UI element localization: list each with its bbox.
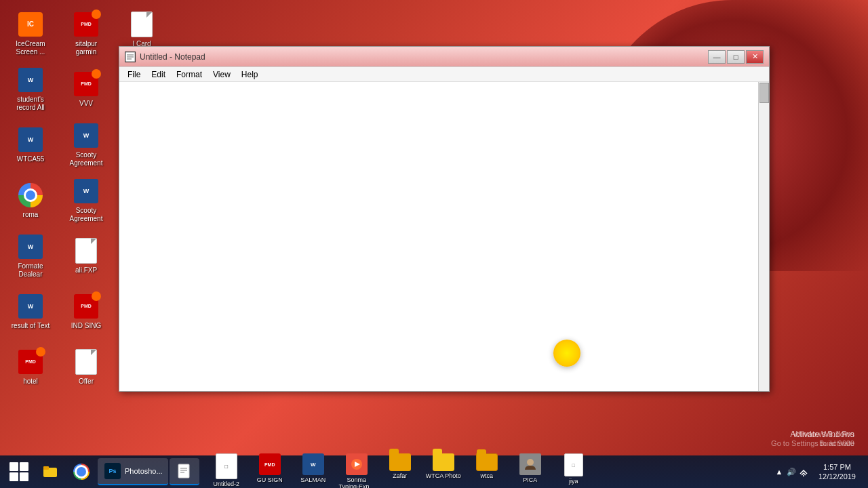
notepad-titlebar: Untitled - Notepad — □ ✕ (119, 47, 769, 67)
desktop-icon-ali-fxp[interactable]: ali.FXP (59, 228, 113, 283)
desktop-icon-result-of-text[interactable]: W result of Text (3, 284, 58, 338)
desktop-icon-scooty-agreement-2[interactable]: W ScootyAgreement (59, 173, 113, 227)
start-icon (9, 462, 28, 481)
taskbar: Ps Photosho... □ (0, 455, 868, 488)
desktop-icon-vvv[interactable]: PMD VVV (59, 62, 113, 116)
notepad-app-icon (125, 52, 136, 62)
taskbar-notepad[interactable] (170, 458, 199, 485)
taskbar-sonma[interactable]: SonmaTyping-Exp... (336, 452, 377, 488)
titlebar-left: Untitled - Notepad (125, 52, 205, 62)
file-explorer-icon (41, 462, 60, 481)
maximize-button[interactable]: □ (727, 50, 745, 64)
chrome-icon (72, 462, 91, 481)
svg-point-13 (803, 475, 804, 476)
yellow-cursor (553, 340, 580, 367)
notepad-scrollbar[interactable] (758, 82, 769, 391)
notepad-window: Untitled - Notepad — □ ✕ File Edit Forma… (119, 46, 770, 392)
svg-point-12 (527, 459, 534, 466)
taskbar-jiya[interactable]: □ jiya (553, 452, 594, 488)
taskbar-wtca[interactable]: wtca (467, 452, 507, 488)
notepad-text-input[interactable] (119, 82, 769, 391)
close-button[interactable]: ✕ (746, 50, 764, 64)
menu-view[interactable]: View (208, 68, 236, 81)
start-button[interactable] (3, 458, 35, 485)
desktop: IC IceCreamScreen ... W student'srecord … (0, 0, 868, 488)
desktop-icon-icecream[interactable]: IC IceCreamScreen ... (3, 6, 58, 60)
minimize-button[interactable]: — (708, 50, 726, 64)
tray-speaker[interactable]: 🔊 (786, 466, 797, 477)
scrollbar-thumb[interactable] (760, 83, 769, 103)
desktop-icon-hotel[interactable]: PMD hotel (3, 340, 58, 394)
desktop-icon-ind-sing[interactable]: PMD IND SING (59, 284, 113, 338)
desktop-icon-offer[interactable]: Offer (59, 340, 113, 394)
menu-edit[interactable]: Edit (146, 68, 171, 81)
taskbar-salman[interactable]: W SALMAN (293, 452, 334, 488)
taskbar-zafar[interactable]: Zafar (380, 452, 420, 488)
desktop-icon-formate-dealer[interactable]: W FormateDealear (3, 228, 58, 283)
notepad-taskbar-icon (175, 462, 194, 481)
taskbar-wtca-photo[interactable]: WTCA Photo (423, 452, 464, 488)
desktop-icon-wtca55[interactable]: W WTCA55 (3, 117, 58, 171)
desktop-icon-sitalpur[interactable]: PMD sitalpurgarmin (59, 6, 113, 60)
tray-network[interactable] (798, 466, 809, 477)
photoshop-label: Photosho... (125, 467, 163, 475)
taskbar-file-explorer[interactable] (35, 458, 65, 485)
taskbar-gu-sign[interactable]: PMD GU SIGN (250, 452, 290, 488)
tray-arrow[interactable]: ▲ (774, 466, 785, 477)
window-controls: — □ ✕ (708, 50, 764, 64)
desktop-icon-scooty-agreement-1[interactable]: W ScootyAgreement (59, 117, 113, 171)
build-info: Windows 8.1 Pro Build 9600 (793, 430, 854, 447)
desktop-icons-area: IC IceCreamScreen ... W student'srecord … (0, 0, 122, 400)
menu-format[interactable]: Format (171, 68, 208, 81)
menu-help[interactable]: Help (236, 68, 264, 81)
notepad-menubar: File Edit Format View Help (119, 67, 769, 82)
taskbar-systray: ▲ 🔊 1:57 PM 12/12/2019 (771, 462, 865, 482)
window-title: Untitled - Notepad (140, 52, 205, 62)
desktop-icon-students-record[interactable]: W student'srecord All (3, 62, 58, 116)
partial-icons-col (108, 0, 121, 11)
svg-rect-5 (43, 466, 49, 470)
system-tray-icons: ▲ 🔊 (771, 466, 812, 477)
svg-rect-6 (178, 464, 189, 478)
taskbar-items: Ps Photosho... □ (35, 452, 771, 488)
desktop-icon-roma[interactable]: roma (3, 173, 58, 227)
taskbar-untitled2[interactable]: □ Untitled-2 (206, 452, 247, 488)
system-clock[interactable]: 1:57 PM 12/12/2019 (814, 462, 860, 482)
taskbar-chrome[interactable] (66, 458, 96, 485)
taskbar-pica[interactable]: PICA (510, 452, 551, 488)
bottom-taskbar-icons: □ Untitled-2 PMD GU SIGN W SALMAN (206, 452, 594, 488)
menu-file[interactable]: File (122, 68, 146, 81)
photoshop-icon: Ps (103, 462, 122, 481)
notepad-content-area (119, 82, 769, 391)
taskbar-photoshop[interactable]: Ps Photosho... (98, 458, 168, 485)
